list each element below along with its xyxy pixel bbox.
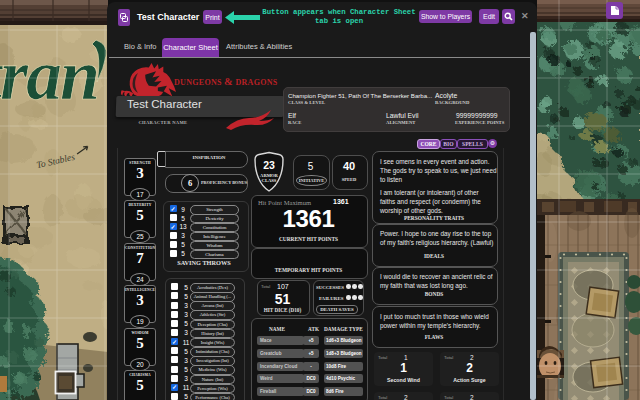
svg-text:23: 23 (263, 159, 275, 171)
svg-text:CLASS: CLASS (262, 178, 277, 183)
svg-text:ARMOR: ARMOR (260, 173, 279, 178)
svg-text:tran: tran (0, 35, 98, 115)
